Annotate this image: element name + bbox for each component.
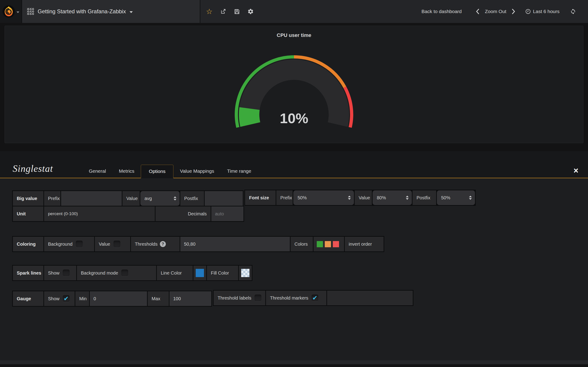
coloring-background-toggle[interactable]: Background (44, 237, 94, 251)
line-color-label: Line Color (157, 266, 193, 280)
threshold-color-swatch-1[interactable] (325, 241, 331, 247)
value-checkbox[interactable] (113, 241, 120, 248)
empty-cell (327, 291, 413, 305)
prefix-font-size-select[interactable]: 50% (293, 190, 354, 205)
tab-metrics[interactable]: Metrics (112, 165, 141, 178)
gauge-show-toggle[interactable]: Show ✔ (44, 291, 75, 306)
threshold-color-swatches (313, 237, 344, 251)
clock-icon (525, 9, 531, 14)
coloring-label: Coloring (13, 237, 43, 251)
time-range-label: Last 6 hours (533, 9, 560, 14)
tab-options[interactable]: Options (141, 165, 173, 178)
background-mode-toggle[interactable]: Background mode (77, 266, 156, 280)
threshold-markers-checkbox[interactable]: ✔ (311, 294, 318, 301)
chevron-right-icon[interactable] (509, 9, 519, 14)
max-label: Max (148, 291, 169, 306)
select-spinner-icon (345, 196, 351, 200)
spark-show-toggle[interactable]: Show (44, 266, 76, 280)
threshold-color-swatch-2[interactable] (333, 241, 339, 247)
tab-value-mappings[interactable]: Value Mappings (173, 165, 221, 178)
fill-color-swatch[interactable] (241, 269, 250, 277)
postfix-label: Postfix (413, 190, 436, 205)
decimals-label: Decimals (156, 206, 211, 221)
panel-editor: Singlestat GeneralMetricsOptionsValue Ma… (0, 151, 588, 364)
invert-order-button[interactable]: invert order (345, 237, 384, 251)
question-mark-icon[interactable]: ? (160, 241, 166, 247)
coloring-row: Coloring Background Value Thresholds ? C… (12, 236, 384, 252)
dashboard-grid-icon (27, 8, 34, 15)
big-value-prefix-input[interactable] (61, 191, 122, 206)
threshold-markers-toggle[interactable]: Threshold markers ✔ (266, 291, 326, 305)
gear-icon[interactable] (247, 8, 254, 15)
unit-row: Unit percent (0-100) Decimals (12, 206, 244, 222)
gauge-row: Gauge Show ✔ Min Max (12, 291, 212, 307)
postfix-font-size-select[interactable]: 50% (437, 190, 475, 205)
gauge-value-text: 10% (280, 110, 308, 126)
close-icon[interactable]: × (573, 167, 578, 175)
postfix-label: Postfix (180, 191, 204, 206)
bottom-strip (0, 360, 588, 364)
threshold-labels-checkbox[interactable] (254, 294, 261, 301)
select-spinner-icon (466, 196, 472, 200)
grafana-logo-icon (2, 5, 15, 18)
share-icon[interactable] (220, 8, 226, 15)
big-value-label: Big value (13, 191, 43, 206)
prefix-label: Prefix (44, 191, 61, 206)
unit-value-dropdown[interactable]: percent (0-100) (44, 206, 155, 221)
big-value-stat-select[interactable]: avg (140, 191, 180, 206)
fill-color-label: Fill Color (207, 266, 238, 280)
decimals-input[interactable] (211, 206, 243, 221)
big-value-row: Big value Prefix Value avg Postfix (12, 190, 243, 206)
big-value-postfix-input[interactable] (205, 191, 243, 206)
min-label: Min (75, 291, 89, 306)
time-range-picker[interactable]: Last 6 hours (525, 9, 560, 14)
line-color-swatch[interactable] (196, 269, 204, 277)
spark-lines-section: Spark lines Show Background mode Line Co… (12, 265, 588, 281)
refresh-icon[interactable] (570, 8, 576, 15)
save-icon[interactable] (233, 8, 240, 15)
dashboard-title: Getting Started with Grafana-Zabbix (38, 8, 126, 15)
tab-time-range[interactable]: Time range (221, 165, 258, 178)
gauge-options-section: Gauge Show ✔ Min Max Threshold labels Th… (12, 291, 588, 307)
font-size-label: Font size (245, 190, 276, 205)
top-navbar: Getting Started with Grafana-Zabbix ☆ Ba… (0, 0, 588, 23)
tab-general[interactable]: General (82, 165, 112, 178)
threshold-toggles-row: Threshold labels Threshold markers ✔ (213, 290, 414, 306)
value-label: Value (122, 191, 140, 206)
max-input[interactable] (170, 291, 211, 306)
dashboard-title-button[interactable]: Getting Started with Grafana-Zabbix (22, 0, 200, 23)
spark-lines-row: Spark lines Show Background mode Line Co… (12, 265, 252, 281)
line-color-cell (193, 266, 206, 280)
zoom-out-button[interactable]: Zoom Out (483, 9, 509, 14)
title-caret-down-icon (130, 11, 133, 13)
threshold-color-swatch-0[interactable] (317, 241, 323, 247)
spark-show-checkbox[interactable] (63, 269, 69, 276)
gauge-show-checkbox[interactable]: ✔ (63, 295, 69, 302)
min-input[interactable] (90, 291, 147, 306)
background-checkbox[interactable] (76, 241, 83, 248)
gauge-visualization: 10% (230, 50, 358, 131)
value-options-section: Big value Prefix Value avg Postfix Font … (12, 190, 588, 222)
editor-tab-bar: Singlestat GeneralMetricsOptionsValue Ma… (0, 151, 588, 178)
gauge-chart: 10% (230, 50, 358, 131)
thresholds-input[interactable] (180, 237, 290, 251)
editor-tabs: GeneralMetricsOptionsValue MappingsTime … (82, 165, 258, 178)
options-tab-content: Big value Prefix Value avg Postfix Font … (0, 178, 588, 307)
grafana-menu-button[interactable] (0, 0, 22, 23)
font-size-row: Font size Prefix 50% Value 80% Postfix 5… (244, 190, 476, 206)
unit-label: Unit (13, 206, 43, 221)
colors-label: Colors (291, 237, 313, 251)
value-label: Value (355, 190, 372, 205)
threshold-labels-toggle[interactable]: Threshold labels (214, 291, 265, 305)
select-spinner-icon (403, 196, 409, 200)
navbar-right: Back to dashboard Zoom Out Last 6 hours (422, 0, 588, 23)
back-to-dashboard-button[interactable]: Back to dashboard (422, 9, 462, 14)
gauge-label: Gauge (13, 291, 43, 306)
panel-title[interactable]: CPU user time (277, 32, 311, 39)
panel-type-title: Singlestat (13, 163, 53, 174)
star-icon[interactable]: ☆ (206, 8, 213, 15)
value-font-size-select[interactable]: 80% (372, 190, 412, 205)
chevron-left-icon[interactable] (473, 9, 483, 14)
coloring-value-toggle[interactable]: Value (95, 237, 130, 251)
background-mode-checkbox[interactable] (121, 269, 128, 276)
